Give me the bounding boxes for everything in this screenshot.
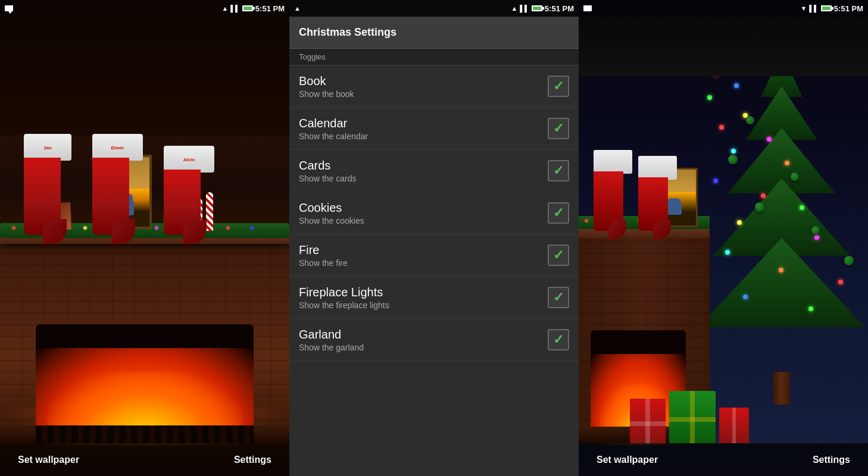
settings-item-fire[interactable]: Fire Show the fire [289, 234, 579, 277]
signal-icon: ▌▌ [230, 5, 240, 12]
set-wallpaper-button-right[interactable]: Set wallpaper [597, 455, 658, 465]
wifi-icon-middle: ▲ [294, 5, 301, 12]
status-bar-right: ▼ ▌▌ 5:51 PM [579, 0, 868, 17]
settings-item-garland[interactable]: Garland Show the garland [289, 319, 579, 361]
settings-item-name-fire: Fire [299, 243, 548, 257]
settings-item-desc-calendar: Show the calendar [299, 131, 548, 141]
tree-light-14 [725, 250, 730, 255]
battery-icon [242, 5, 253, 11]
status-right-info: ▲ ▌▌ 5:51 PM [221, 4, 285, 13]
tree-light-3 [707, 95, 712, 100]
settings-item-name-cards: Cards [299, 158, 548, 173]
fireplace-scene: Jan Elmer Alvin [0, 0, 289, 476]
section-toggles-label: Toggles [289, 49, 579, 65]
sr1-cuff [594, 150, 632, 174]
settings-item-fireplace-lights[interactable]: Fireplace Lights Show the fireplace ligh… [289, 277, 579, 319]
sr2-toe [653, 220, 671, 239]
settings-item-desc-cookies: Show the cookies [299, 216, 548, 226]
settings-checkbox-fire[interactable] [548, 245, 569, 266]
settings-button-right[interactable]: Settings [813, 455, 850, 465]
settings-item-desc-cards: Show the cards [299, 174, 548, 183]
ceiling-right [579, 17, 868, 76]
status-bar-middle: ▲ ▲ ▌▌ 5:51 PM [289, 0, 579, 17]
stocking-jan-name: Jan [43, 145, 52, 150]
status-time-right: 5:51 PM [834, 4, 863, 13]
presents-area [630, 390, 749, 443]
settings-checkbox-cards[interactable] [548, 160, 569, 181]
grate [36, 425, 254, 443]
tree-light-11 [800, 205, 804, 210]
status-right-left [583, 5, 592, 11]
tree-light-6 [767, 137, 772, 142]
settings-list: Book Show the book Calendar Show the cal… [289, 65, 579, 476]
sr2-cuff [638, 156, 677, 180]
settings-button-left[interactable]: Settings [234, 455, 271, 465]
tree-light-8 [785, 161, 789, 165]
notification-icon-right [583, 5, 592, 11]
settings-checkbox-garland[interactable] [548, 329, 569, 350]
settings-item-text-calendar: Calendar Show the calendar [299, 116, 548, 141]
christmas-tree-right: ★ [695, 24, 868, 405]
settings-item-text-book: Book Show the book [299, 74, 548, 99]
settings-checkbox-fireplace-lights[interactable] [548, 287, 569, 308]
wifi-icon: ▲ [221, 5, 228, 12]
settings-item-text-garland: Garland Show the garland [299, 327, 548, 352]
settings-item-name-fireplace-lights: Fireplace Lights [299, 285, 548, 299]
garland-light-11 [250, 226, 254, 230]
settings-item-text-fire: Fire Show the fire [299, 243, 548, 268]
wifi-icon-right: ▼ [800, 5, 807, 12]
ornament-1 [746, 116, 754, 124]
settings-header: Christmas Settings [289, 17, 579, 49]
status-middle-right: ▲ ▌▌ 5:51 PM [511, 4, 574, 13]
settings-checkbox-cookies[interactable] [548, 202, 569, 224]
present-ribbon-h [630, 421, 666, 426]
settings-item-desc-fireplace-lights: Show the fireplace lights [299, 300, 548, 310]
settings-item-name-calendar: Calendar [299, 116, 548, 130]
time-middle: 5:51 PM [545, 4, 574, 13]
tree-light-16 [838, 280, 843, 284]
settings-item-book[interactable]: Book Show the book [289, 65, 579, 108]
garland-light-10 [226, 226, 230, 230]
settings-checkbox-calendar[interactable] [548, 118, 569, 139]
stocking-elmer-toe [111, 219, 135, 244]
tree-light-10 [761, 193, 766, 198]
present-green-ribbon-h [669, 417, 716, 422]
tree-light-13 [814, 235, 819, 240]
stocking-right-2 [635, 156, 677, 239]
settings-checkbox-book[interactable] [548, 76, 569, 97]
settings-item-text-fireplace-lights: Fireplace Lights Show the fireplace ligh… [299, 285, 548, 310]
fireplace-floor [0, 425, 289, 443]
ornament-5 [811, 226, 820, 234]
tree-light-12 [737, 220, 742, 225]
tree-light-5 [719, 125, 724, 130]
battery-icon-right [821, 5, 832, 11]
stocking-alvin-cuff: Alvin [164, 146, 214, 173]
settings-item-text-cards: Cards Show the cards [299, 158, 548, 183]
garland-right-light-1 [585, 219, 588, 223]
right-panel: ▼ ▌▌ 5:51 PM ★ [579, 0, 868, 476]
settings-item-cards[interactable]: Cards Show the cards [289, 150, 579, 192]
ornament-4 [755, 202, 764, 212]
settings-item-name-book: Book [299, 74, 548, 88]
battery-middle [532, 5, 542, 11]
ceiling [0, 17, 289, 136]
tree-light-18 [808, 306, 813, 311]
stocking-alvin-toe [183, 220, 207, 244]
stocking-alvin: Alvin [161, 146, 214, 244]
settings-item-cookies[interactable]: Cookies Show the cookies [289, 192, 579, 234]
present-red-1 [630, 399, 666, 443]
tree-light-2 [734, 83, 739, 88]
set-wallpaper-button-left[interactable]: Set wallpaper [18, 455, 79, 465]
stocking-elmer: Elmer [89, 134, 143, 244]
tree-light-15 [779, 268, 783, 273]
settings-item-desc-book: Show the book [299, 89, 548, 99]
settings-item-calendar[interactable]: Calendar Show the calendar [289, 108, 579, 150]
settings-item-desc-garland: Show the garland [299, 343, 548, 352]
middle-panel: ▲ ▲ ▌▌ 5:51 PM Christmas Settings Toggle… [289, 0, 579, 476]
ornament-6 [844, 256, 854, 265]
tree-light-17 [743, 295, 748, 299]
stocking-jan: Jan [18, 134, 71, 244]
stocking-jan-cuff: Jan [24, 134, 71, 161]
signal-icon-right: ▌▌ [809, 5, 819, 12]
status-right-right: ▼ ▌▌ 5:51 PM [800, 4, 863, 13]
